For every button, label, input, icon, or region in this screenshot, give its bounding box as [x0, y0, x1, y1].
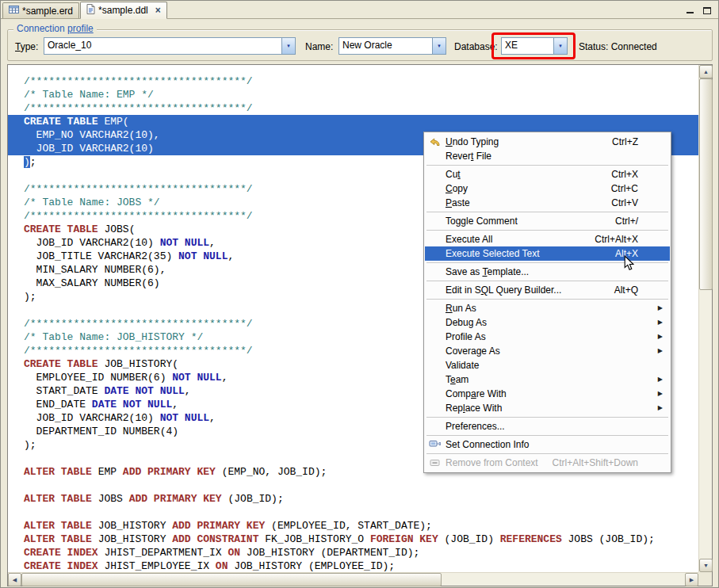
- code-line[interactable]: CREATE TABLE EMP(: [8, 115, 698, 128]
- code-line[interactable]: [8, 479, 698, 492]
- menu-item-label: Cut: [446, 169, 461, 180]
- code-token: JOB_TITLE VARCHAR2(35): [24, 250, 178, 262]
- menu-item-label: Toggle Comment: [446, 216, 518, 227]
- code-token: CREATE TABLE: [24, 223, 98, 235]
- menu-shortcut: Alt+Q: [614, 284, 638, 296]
- scroll-right-icon: ▶: [690, 577, 694, 582]
- menu-item-paste[interactable]: PasteCtrl+V: [425, 196, 670, 210]
- code-line[interactable]: CREATE INDEX JHIST_DEPARTMENT_IX ON JOB_…: [8, 546, 698, 559]
- submenu-arrow-icon: ▶: [658, 305, 663, 311]
- scroll-down-button[interactable]: ▼: [699, 559, 713, 572]
- menu-item-set-connection-info[interactable]: Set Connection Info: [425, 437, 670, 452]
- code-line[interactable]: CREATE INDEX JHIST_EMPLOYEE_IX ON JOB_HI…: [8, 559, 698, 572]
- scroll-left-button[interactable]: ◀: [8, 573, 21, 586]
- submenu-arrow-icon: ▶: [658, 376, 663, 383]
- menu-shortcut: Ctrl+C: [611, 183, 638, 194]
- code-token: ,: [185, 385, 191, 397]
- menu-item-profile-as[interactable]: Profile As▶: [425, 330, 670, 344]
- type-combobox-value: Oracle_10: [44, 38, 281, 54]
- menu-item-toggle-comment[interactable]: Toggle CommentCtrl+/: [425, 214, 670, 228]
- code-line[interactable]: ALTER TABLE JOB_HISTORY ADD PRIMARY KEY …: [8, 519, 698, 533]
- submenu-arrow-icon: ▶: [658, 334, 663, 340]
- menu-item-label: Save as Template...: [446, 266, 529, 277]
- code-token: JOB_HISTORY: [92, 533, 172, 545]
- status-value: Connected: [611, 41, 657, 52]
- menu-item-label: Compare With: [446, 388, 507, 399]
- window-controls: [685, 5, 712, 14]
- menu-item-preferences[interactable]: Preferences...: [425, 419, 670, 433]
- menu-item-undo-typing[interactable]: Undo TypingCtrl+Z: [425, 135, 670, 149]
- scroll-up-button[interactable]: ▲: [699, 65, 713, 78]
- close-tab-icon[interactable]: ×: [155, 6, 161, 15]
- name-label: Name:: [305, 41, 333, 52]
- undo-icon: [429, 136, 442, 147]
- code-line[interactable]: /***********************************/: [8, 74, 698, 88]
- code-token: ,: [228, 250, 234, 262]
- code-token: JOB_HISTORY (EMPLOYEE_ID);: [228, 560, 395, 572]
- type-combobox-dropdown-button[interactable]: ▼: [281, 38, 295, 54]
- code-token: JHIST_DEPARTMENT_IX: [98, 547, 228, 559]
- code-token: /***********************************/: [24, 210, 253, 222]
- menu-separator: [426, 435, 668, 436]
- code-token: JOB_ID VARCHAR2(10): [24, 412, 160, 424]
- menu-item-label: Team: [446, 374, 468, 385]
- name-combobox-dropdown-button[interactable]: ▼: [432, 38, 446, 54]
- code-token: JOB_ID VARCHAR2(10): [24, 143, 154, 155]
- menu-item-label: Edit in SQL Query Builder...: [446, 284, 561, 296]
- code-token: );: [24, 291, 36, 303]
- menu-item-validate[interactable]: Validate: [425, 358, 670, 372]
- ddl-file-icon: [86, 4, 95, 17]
- menu-item-label: Execute Selected Text: [446, 248, 540, 259]
- menu-separator: [426, 453, 668, 454]
- code-token: DATE NOT NULL: [104, 385, 184, 397]
- code-token: NOT NULL: [172, 372, 221, 384]
- horizontal-scrollbar[interactable]: ◀ ▶: [8, 572, 698, 586]
- menu-item-debug-as[interactable]: Debug As▶: [425, 315, 670, 330]
- dropdown-arrow-icon: ▼: [286, 44, 291, 48]
- horizontal-scrollbar-thumb[interactable]: [21, 573, 442, 586]
- code-token: (EMPLOYEE_ID, START_DATE);: [265, 520, 432, 532]
- menu-item-label: Set Connection Info: [446, 439, 529, 450]
- code-token: ALTER TABLE: [24, 520, 92, 532]
- menu-item-coverage-as[interactable]: Coverage As▶: [425, 344, 670, 358]
- maximize-icon[interactable]: [702, 5, 712, 14]
- type-combobox[interactable]: Oracle_10 ▼: [44, 37, 296, 55]
- submenu-arrow-icon: ▶: [658, 391, 663, 397]
- vertical-scrollbar-thumb[interactable]: [699, 78, 713, 290]
- code-token: ON: [216, 560, 228, 572]
- menu-item-team[interactable]: Team▶: [425, 372, 670, 387]
- menu-item-execute-all[interactable]: Execute AllCtrl+Alt+X: [425, 232, 670, 246]
- code-token: (JOB_ID);: [222, 493, 284, 505]
- status-text: Status: Connected: [579, 41, 657, 52]
- code-token: CREATE INDEX: [24, 547, 98, 559]
- menu-separator: [426, 281, 668, 281]
- code-line[interactable]: /***********************************/: [8, 101, 698, 115]
- code-line[interactable]: [8, 506, 698, 519]
- menu-item-copy[interactable]: CopyCtrl+C: [425, 181, 670, 196]
- code-token: MIN_SALARY NUMBER(6),: [24, 264, 166, 276]
- code-token: ON: [228, 547, 240, 559]
- tab-sample-erd[interactable]: *sample.erd: [2, 2, 79, 18]
- code-token: JHIST_EMPLOYEE_IX: [98, 560, 216, 572]
- menu-item-run-as[interactable]: Run As▶: [425, 301, 670, 315]
- code-token: ALTER TABLE: [24, 466, 92, 478]
- code-line[interactable]: ALTER TABLE JOB_HISTORY ADD CONSTRAINT F…: [8, 533, 698, 546]
- tab-sample-ddl[interactable]: *sample.ddl ×: [80, 2, 167, 19]
- menu-item-revert-file[interactable]: Revert File: [425, 149, 670, 163]
- scroll-right-button[interactable]: ▶: [685, 573, 698, 586]
- name-combobox[interactable]: New Oracle ▼: [338, 37, 446, 55]
- minimize-icon[interactable]: [685, 5, 694, 14]
- code-token: /***********************************/: [24, 318, 253, 330]
- name-combobox-value: New Oracle: [339, 38, 432, 54]
- connection-profile-link[interactable]: profile: [67, 23, 94, 34]
- code-token: DEPARTMENT_ID NUMBER(4): [24, 426, 178, 437]
- menu-separator: [426, 230, 668, 231]
- code-line[interactable]: ALTER TABLE JOBS ADD PRIMARY KEY (JOB_ID…: [8, 492, 698, 506]
- menu-item-edit-in-sql-query-builder[interactable]: Edit in SQL Query Builder...Alt+Q: [425, 283, 670, 297]
- menu-shortcut: Ctrl+V: [611, 197, 638, 208]
- vertical-scrollbar[interactable]: ▲ ▼: [698, 65, 712, 572]
- menu-item-cut[interactable]: CutCtrl+X: [425, 167, 670, 181]
- code-line[interactable]: /* Table Name: EMP */: [8, 88, 698, 101]
- menu-item-replace-with[interactable]: Replace With▶: [425, 401, 670, 415]
- menu-item-compare-with[interactable]: Compare With▶: [425, 387, 670, 401]
